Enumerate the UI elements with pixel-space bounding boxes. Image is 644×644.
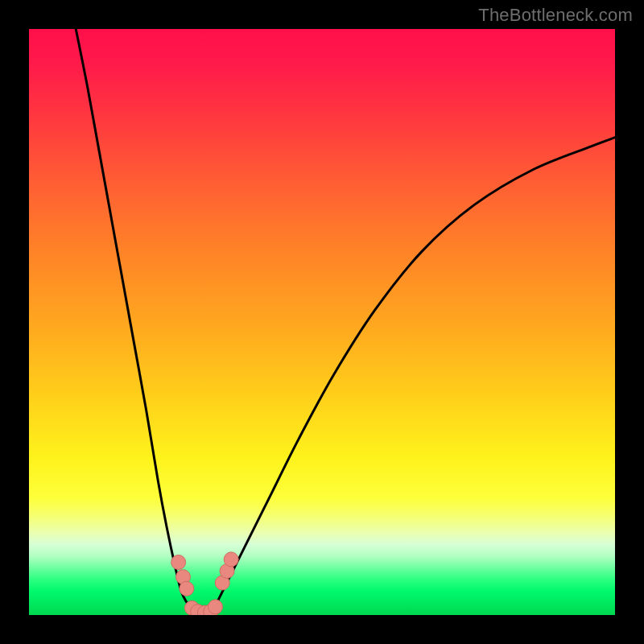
chart-svg-layer	[29, 29, 615, 615]
data-markers	[171, 552, 239, 615]
bottleneck-curve-path	[76, 29, 615, 614]
data-marker	[224, 552, 238, 567]
watermark-text: TheBottleneck.com	[478, 5, 633, 26]
chart-frame: TheBottleneck.com	[0, 0, 644, 644]
data-marker	[208, 600, 223, 614]
data-marker	[171, 555, 186, 569]
bottleneck-curve	[76, 29, 615, 614]
plot-area	[29, 29, 615, 615]
data-marker	[180, 581, 194, 596]
